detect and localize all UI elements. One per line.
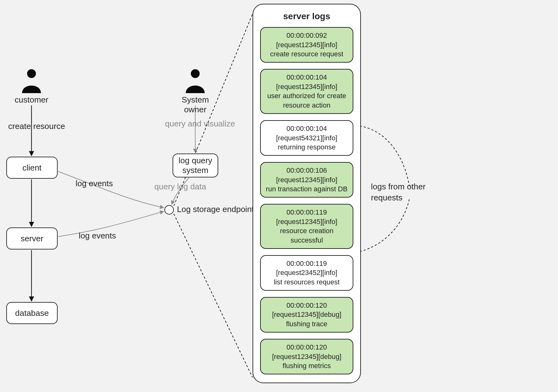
log-entry-6: 00:00:00:120[request12345][debug]flushin…	[260, 297, 353, 333]
log-entry-msg: flushing metrics	[265, 361, 348, 371]
log-entry-msg: returning response	[265, 143, 348, 152]
log-entry-msg: flushing trace	[265, 319, 348, 329]
log-entry-ts: 00:00:00:104	[265, 124, 348, 133]
log-entry-ts: 00:00:00:120	[265, 301, 348, 310]
log-entry-msg: user authorized for create resource acti…	[265, 91, 348, 110]
node-database-label: database	[15, 308, 49, 318]
log-entry-4: 00:00:00:119[request12345][info]resource…	[260, 204, 353, 249]
log-entry-tag: [request12345][debug]	[265, 310, 348, 319]
node-server: server	[6, 227, 58, 249]
node-client: client	[6, 157, 58, 179]
log-entry-2: 00:00:00:104[request54321][info]returnin…	[260, 120, 353, 156]
log-entry-5: 00:00:00:119[request23452][info]list res…	[260, 255, 353, 291]
log-entry-tag: [request23452][info]	[265, 268, 348, 277]
log-entry-ts: 00:00:00:120	[265, 343, 348, 352]
log-entry-ts: 00:00:00:092	[265, 31, 348, 40]
annotation-other-requests: logs from other requests	[371, 181, 425, 203]
log-entry-msg: resource creation successful	[265, 226, 348, 245]
actor-customer: customer	[13, 68, 50, 105]
actor-customer-label: customer	[13, 95, 50, 105]
log-entry-1: 00:00:00:104[request12345][info]user aut…	[260, 69, 353, 114]
log-entry-ts: 00:00:00:104	[265, 73, 348, 82]
edge-log-events-client: log events	[76, 179, 113, 188]
node-log-storage-endpoint-circle	[164, 205, 174, 215]
log-entry-msg: run transaction against DB	[265, 184, 348, 194]
edge-query-and-visualize: query and visualize	[165, 119, 235, 129]
node-log-query-system: log query system	[173, 154, 218, 177]
node-client-label: client	[22, 163, 42, 173]
node-server-label: server	[20, 234, 43, 244]
actor-system-owner: System owner	[169, 68, 221, 115]
log-entry-tag: [request12345][info]	[265, 82, 348, 92]
node-log-storage-endpoint-label: Log storage endpoint	[177, 204, 254, 214]
server-logs-panel: server logs 00:00:00:092[request12345][i…	[253, 4, 361, 383]
edge-log-events-server: log events	[79, 231, 116, 241]
edge-query-log-data: query log data	[154, 182, 206, 192]
log-entry-tag: [request12345][info]	[265, 175, 348, 185]
node-log-query-system-label: log query system	[179, 156, 212, 175]
log-entry-tag: [request54321][info]	[265, 133, 348, 143]
node-database: database	[6, 302, 58, 324]
log-entry-msg: list resources request	[265, 277, 348, 287]
log-entry-tag: [request12345][info]	[265, 217, 348, 227]
svg-point-5	[191, 69, 200, 78]
edge-create-resource: create resource	[8, 121, 65, 131]
log-entries-container: 00:00:00:092[request12345][info]create r…	[260, 27, 353, 374]
log-entry-ts: 00:00:00:119	[265, 259, 348, 268]
log-entry-ts: 00:00:00:119	[265, 208, 348, 217]
log-entry-msg: create resource request	[265, 49, 348, 59]
log-entry-3: 00:00:00:106[request12345][info]run tran…	[260, 162, 353, 198]
log-entry-ts: 00:00:00:106	[265, 166, 348, 175]
log-entry-tag: [request12345][info]	[265, 40, 348, 50]
server-logs-title: server logs	[260, 11, 353, 21]
person-icon	[184, 68, 206, 93]
log-entry-7: 00:00:00:120[request12345][debug]flushin…	[260, 339, 353, 374]
log-entry-tag: [request12345][debug]	[265, 352, 348, 361]
person-icon	[20, 68, 43, 93]
actor-system-owner-label: System owner	[169, 95, 221, 115]
svg-point-4	[27, 69, 36, 78]
log-entry-0: 00:00:00:092[request12345][info]create r…	[260, 27, 353, 63]
